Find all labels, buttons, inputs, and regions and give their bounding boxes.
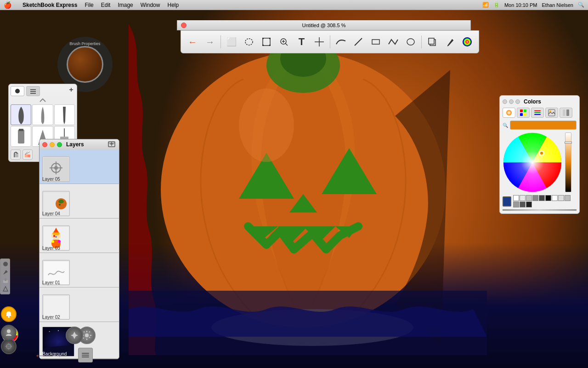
- mini-tool-2[interactable]: [1, 268, 10, 276]
- swatch-g5[interactable]: [520, 201, 526, 207]
- color-tab-custom[interactable]: [560, 108, 572, 118]
- text-button[interactable]: T: [294, 34, 309, 50]
- lasso-button[interactable]: [241, 34, 257, 50]
- bottom-undo-redo: ← →: [34, 350, 63, 362]
- layer-05-name: Layer 05: [42, 177, 60, 182]
- paint-bucket-btn[interactable]: [11, 150, 21, 160]
- menu-file[interactable]: File: [85, 2, 93, 8]
- undo-button[interactable]: ←: [185, 34, 200, 50]
- copy-button[interactable]: [424, 34, 440, 50]
- svg-point-63: [58, 240, 61, 243]
- color-value-slider[interactable]: [565, 132, 571, 192]
- ellipse-button[interactable]: [403, 34, 418, 50]
- layer-settings-button[interactable]: [78, 348, 93, 362]
- swatch-g3[interactable]: [565, 195, 571, 201]
- color-tab-image[interactable]: [545, 108, 558, 118]
- apple-menu[interactable]: 🍎: [4, 1, 11, 9]
- mini-tool-4[interactable]: [1, 285, 10, 293]
- brush-size-indicator[interactable]: [67, 46, 103, 83]
- navigate-button[interactable]: [66, 327, 83, 344]
- primary-color-swatch[interactable]: [503, 196, 511, 207]
- mini-tool-1[interactable]: [1, 260, 10, 268]
- swatch-black[interactable]: [545, 195, 551, 201]
- crosshair-button[interactable]: [311, 34, 327, 50]
- color-tab-palette[interactable]: [531, 108, 544, 118]
- svg-rect-34: [18, 130, 24, 144]
- zoom-button[interactable]: [276, 34, 292, 50]
- pen-tool-button[interactable]: [442, 34, 458, 50]
- swatch-g4[interactable]: [513, 201, 519, 207]
- svg-point-102: [8, 316, 10, 318]
- app-name[interactable]: SketchBook Express: [23, 2, 77, 8]
- canvas-close-button[interactable]: [181, 23, 187, 28]
- layer-04-name: Layer 04: [42, 211, 60, 216]
- swatch-white[interactable]: [513, 195, 519, 201]
- layers-add-button[interactable]: [107, 139, 116, 150]
- layers-close-button[interactable]: [42, 142, 47, 147]
- brush-item-3[interactable]: [54, 104, 75, 125]
- bottom-redo-button[interactable]: →: [53, 350, 63, 362]
- svg-point-62: [51, 240, 54, 243]
- svg-point-30: [15, 89, 20, 93]
- svg-rect-13: [269, 38, 271, 39]
- menu-window[interactable]: Window: [141, 2, 160, 8]
- brush-item-4[interactable]: [11, 126, 31, 147]
- profile-button[interactable]: [1, 325, 17, 340]
- swatch-g2[interactable]: [558, 195, 564, 201]
- pen-curve-button[interactable]: [333, 34, 349, 50]
- svg-rect-12: [262, 38, 264, 39]
- brush-type-tab[interactable]: [11, 86, 24, 96]
- menu-edit[interactable]: Edit: [101, 2, 111, 8]
- svg-rect-75: [534, 110, 541, 111]
- transform-button[interactable]: [259, 34, 274, 50]
- color-tab-wheel[interactable]: [503, 108, 515, 118]
- layers-maximize-button[interactable]: [57, 142, 62, 147]
- svg-point-83: [503, 133, 561, 191]
- bottom-undo-button[interactable]: ←: [34, 350, 45, 362]
- brush-item-2[interactable]: [32, 104, 53, 125]
- menu-image[interactable]: Image: [118, 2, 133, 8]
- swatch-w2[interactable]: [552, 195, 558, 201]
- layer-05-item[interactable]: Layer 05: [40, 150, 119, 184]
- swatch-gray[interactable]: [526, 195, 532, 201]
- brush-collapse-arrow[interactable]: [11, 98, 75, 103]
- swatch-darkgray[interactable]: [532, 195, 538, 201]
- brush-panel-expand[interactable]: [68, 86, 75, 93]
- eraser-btn[interactable]: [23, 150, 33, 160]
- svg-rect-71: [520, 109, 523, 112]
- swatch-verydark[interactable]: [539, 195, 545, 201]
- svg-point-25: [407, 39, 414, 45]
- line-button[interactable]: [351, 34, 366, 50]
- nav-wheel[interactable]: [1, 339, 17, 354]
- layer-02-item[interactable]: Layer 02: [40, 288, 119, 322]
- slider-handle: [565, 142, 572, 144]
- brush-item-1[interactable]: [11, 104, 31, 125]
- brush-grid: [11, 104, 75, 125]
- search-menubar-icon[interactable]: 🔍: [578, 2, 584, 8]
- color-picker-button[interactable]: [459, 34, 475, 50]
- canvas-area[interactable]: Untitled @ 308.5 % ← → ⬜ T: [0, 10, 588, 368]
- menu-help[interactable]: Help: [167, 2, 179, 8]
- colors-win-btn-2: [509, 99, 514, 104]
- rect-shape-button[interactable]: [368, 34, 384, 50]
- swatch-lightgray[interactable]: [520, 195, 526, 201]
- layer-03-item[interactable]: Layer 03: [40, 218, 119, 253]
- wave-button[interactable]: [385, 34, 401, 50]
- redo-button[interactable]: →: [202, 34, 218, 50]
- color-tab-swatches[interactable]: [517, 108, 530, 118]
- color-wheel[interactable]: [503, 132, 562, 192]
- svg-point-61: [55, 236, 57, 237]
- pumpkin-illustration: [129, 24, 487, 355]
- swatch-g6[interactable]: [526, 201, 532, 207]
- notification-button[interactable]: [1, 306, 17, 322]
- color-hex-input[interactable]: [510, 121, 577, 130]
- layer-01-item[interactable]: Layer 01: [40, 253, 119, 288]
- selection-rect-button[interactable]: ⬜: [224, 34, 239, 50]
- layer-04-item[interactable]: Layer 04: [40, 184, 119, 218]
- svg-marker-92: [3, 287, 8, 291]
- mini-tool-3[interactable]: [1, 276, 10, 285]
- layers-minimize-button[interactable]: [50, 142, 55, 147]
- brush-panel-header: [11, 86, 75, 96]
- svg-rect-14: [262, 45, 264, 46]
- brush-settings-tab[interactable]: [26, 86, 40, 96]
